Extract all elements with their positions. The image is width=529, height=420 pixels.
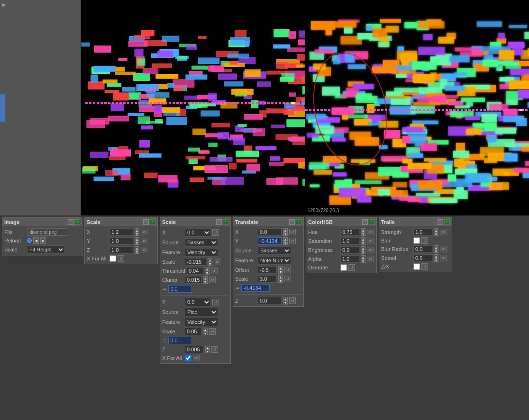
trails-strength-input[interactable] <box>413 228 432 236</box>
scale2-y-dropdown[interactable]: 0.0 <box>185 298 211 306</box>
translate-scale-up[interactable]: ▲ <box>278 275 283 279</box>
scale2-z-input[interactable] <box>185 346 204 353</box>
scale1-x-lock[interactable]: ↺ <box>141 229 147 235</box>
scale1-y-lock[interactable]: ↺ <box>141 238 147 244</box>
reload-prev-btn[interactable]: ◀ <box>33 237 39 244</box>
colorhsb-hue-input[interactable] <box>340 228 359 236</box>
scale2-yscale-input[interactable] <box>185 328 201 335</box>
translate-x-input[interactable] <box>258 228 282 236</box>
scale1-z-down[interactable]: ▼ <box>135 250 139 254</box>
scale2-minus-btn[interactable]: − <box>216 219 222 225</box>
scale2-scale-up[interactable]: ▲ <box>208 258 212 262</box>
colorhsb-brightness-down[interactable]: ▼ <box>361 250 365 254</box>
translate-plus-btn[interactable]: + <box>296 219 301 225</box>
scale2-xforall-lock[interactable]: ↺ <box>193 355 200 361</box>
sidebar-handle[interactable] <box>0 94 5 122</box>
colorhsb-override-checkbox[interactable] <box>340 264 347 271</box>
translate-offset-down[interactable]: ▼ <box>278 270 283 274</box>
trails-strength-up[interactable]: ▲ <box>434 228 438 232</box>
scale2-clamp-up[interactable]: ▲ <box>203 276 208 280</box>
trails-speed-lock[interactable]: ↺ <box>440 255 447 261</box>
reload-next-btn[interactable]: ▶ <box>40 237 46 244</box>
scale2-ysource-dropdown[interactable]: Picc <box>185 308 218 316</box>
translate-source-dropdown[interactable]: Basses <box>258 246 291 255</box>
scale2-threshold-lock[interactable]: ↺ <box>211 268 218 274</box>
translate-offset-input[interactable] <box>258 266 277 274</box>
scale2-clamp-lock[interactable]: ↺ <box>209 277 216 283</box>
colorhsb-brightness-input[interactable] <box>340 246 359 254</box>
scale1-x-up[interactable]: ▲ <box>135 228 139 232</box>
translate-x-up[interactable]: ▲ <box>283 228 288 232</box>
colorhsb-alpha-input[interactable] <box>340 255 359 263</box>
trails-speed-input[interactable] <box>413 254 432 262</box>
colorhsb-plus-btn[interactable]: + <box>369 219 374 225</box>
file-button[interactable]: diamond.png <box>27 228 67 236</box>
scale2-feature-dropdown[interactable]: Velocity <box>185 248 218 257</box>
trails-blurradius-down[interactable]: ▼ <box>434 249 438 253</box>
translate-y-input[interactable] <box>258 237 282 245</box>
scale-dropdown[interactable]: Fit Height Fit Width Stretch Original <box>27 245 65 254</box>
translate-scale-down[interactable]: ▼ <box>278 279 283 283</box>
translate-z-input[interactable] <box>258 297 282 304</box>
scale1-plus-btn[interactable]: + <box>150 219 155 225</box>
scale2-threshold-down[interactable]: ▼ <box>205 271 210 275</box>
trails-speed-up[interactable]: ▲ <box>434 254 438 258</box>
colorhsb-saturation-lock[interactable]: ↺ <box>367 238 374 244</box>
translate-x-down[interactable]: ▼ <box>283 232 288 236</box>
scale2-yscale-lock[interactable]: ↺ <box>209 328 216 335</box>
colorhsb-alpha-up[interactable]: ▲ <box>361 255 365 259</box>
trails-strength-down[interactable]: ▼ <box>434 232 438 236</box>
translate-feature-dropdown[interactable]: Note Number <box>258 256 291 265</box>
trails-plus-btn[interactable]: + <box>444 219 450 225</box>
translate-y-lock[interactable]: ↺ <box>289 238 296 244</box>
scale2-yscale-down[interactable]: ▼ <box>203 331 208 335</box>
trails-zx-checkbox[interactable] <box>413 263 420 270</box>
scale2-scale-input[interactable] <box>185 258 206 266</box>
scale2-threshold-input[interactable] <box>187 267 203 275</box>
colorhsb-saturation-input[interactable] <box>340 237 359 245</box>
translate-z-lock[interactable]: ↺ <box>289 297 296 304</box>
trails-blurradius-up[interactable]: ▲ <box>434 245 438 249</box>
translate-offset-lock[interactable]: ↺ <box>284 267 291 273</box>
colorhsb-hue-up[interactable]: ▲ <box>361 228 365 232</box>
trails-blur-lock[interactable]: ↺ <box>421 237 428 244</box>
colorhsb-brightness-lock[interactable]: ↺ <box>367 247 374 253</box>
colorhsb-hue-down[interactable]: ▼ <box>361 232 365 236</box>
scale1-minus-btn[interactable]: − <box>143 219 149 225</box>
colorhsb-hue-lock[interactable]: ↺ <box>367 229 374 235</box>
scale2-yfeature-dropdown[interactable]: Velocity <box>185 318 218 326</box>
scale1-y-input[interactable] <box>109 237 133 245</box>
scale2-eq-input[interactable] <box>168 285 192 293</box>
scale1-y-up[interactable]: ▲ <box>135 237 139 241</box>
scale1-xforall-checkbox[interactable] <box>109 255 116 262</box>
scale2-threshold-up[interactable]: ▲ <box>205 267 210 271</box>
scale2-z-down[interactable]: ▼ <box>205 349 210 353</box>
trails-zx-lock[interactable]: ↺ <box>421 263 428 270</box>
image-minus-btn[interactable]: − <box>68 219 73 225</box>
scale2-scale-down[interactable]: ▼ <box>208 262 212 266</box>
trails-minus-btn[interactable]: − <box>438 219 443 225</box>
colorhsb-saturation-down[interactable]: ▼ <box>361 241 365 245</box>
colorhsb-brightness-up[interactable]: ▲ <box>361 246 365 250</box>
colorhsb-alpha-lock[interactable]: ↺ <box>367 256 374 262</box>
translate-y-down[interactable]: ▼ <box>283 241 288 245</box>
translate-x-lock[interactable]: ↺ <box>289 229 296 235</box>
scale2-clamp-down[interactable]: ▼ <box>203 280 208 284</box>
scale2-x-dropdown[interactable]: 0.0 <box>185 228 211 237</box>
scale1-x-down[interactable]: ▼ <box>135 232 139 236</box>
scale2-plus-btn[interactable]: + <box>223 219 228 225</box>
trails-blurradius-input[interactable] <box>413 245 432 253</box>
scale2-yscale-up[interactable]: ▲ <box>203 328 208 331</box>
colorhsb-minus-btn[interactable]: − <box>362 219 368 225</box>
scale2-clamp-input[interactable] <box>185 276 201 284</box>
translate-scale-lock[interactable]: ↺ <box>284 276 291 282</box>
scale1-z-up[interactable]: ▲ <box>135 246 139 250</box>
translate-y-up[interactable]: ▲ <box>283 237 288 241</box>
scale2-y-lock[interactable]: ↺ <box>212 299 219 305</box>
scale2-scale-lock[interactable]: ↺ <box>214 259 220 265</box>
colorhsb-alpha-down[interactable]: ▼ <box>361 259 365 263</box>
scale2-source-dropdown[interactable]: Basses <box>185 238 218 247</box>
trails-speed-down[interactable]: ▼ <box>434 258 438 262</box>
translate-z-down[interactable]: ▼ <box>283 301 288 304</box>
trails-blurradius-lock[interactable]: ↺ <box>440 246 447 252</box>
